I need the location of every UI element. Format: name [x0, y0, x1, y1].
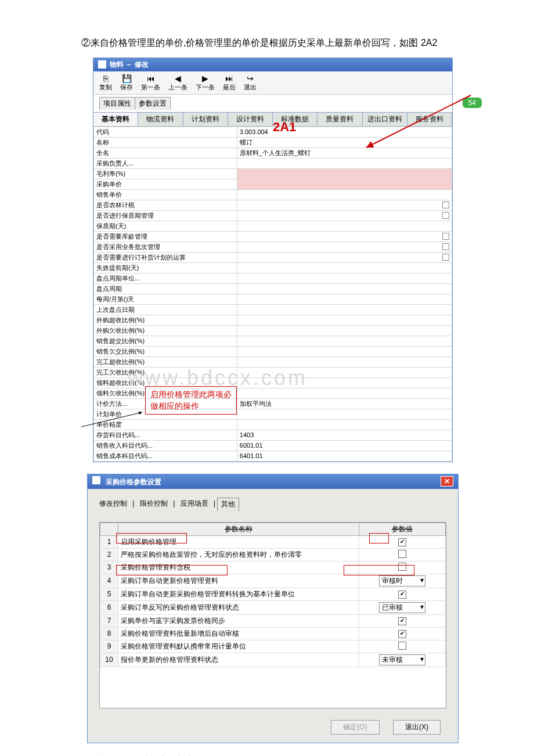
prop-value[interactable]: 加权平均法	[237, 398, 452, 409]
toolbar: ⎘复制💾保存⏮第一条◀上一条▶下一条⏭最后↪退出	[93, 71, 452, 95]
checkbox-icon[interactable]	[442, 254, 449, 261]
prop-label: 存货科目代码...	[94, 430, 237, 440]
param-value[interactable]	[359, 627, 446, 640]
prop-value[interactable]	[237, 179, 452, 189]
prop-value[interactable]	[237, 346, 452, 357]
top-tab-1[interactable]: 参数设置	[135, 97, 171, 110]
settings-tab-0[interactable]: 修改控制	[96, 498, 131, 510]
prop-value[interactable]	[237, 294, 452, 304]
prop-value[interactable]	[237, 168, 452, 179]
prop-value[interactable]	[237, 409, 452, 419]
param-value[interactable]: 未审核	[359, 653, 446, 667]
param-value[interactable]	[359, 548, 446, 561]
param-value[interactable]	[359, 535, 446, 548]
checkbox[interactable]	[398, 538, 406, 546]
intro-text: ②来自价格管理里的单价,价格管理里的单价是根据历史采单上最新单价回写，如图 2A…	[81, 35, 499, 52]
checkbox[interactable]	[398, 591, 406, 599]
prop-value[interactable]	[237, 377, 452, 388]
checkbox[interactable]	[398, 617, 406, 625]
sub-tab-5[interactable]: 质量资料	[317, 112, 362, 126]
idx-header	[100, 523, 118, 535]
sub-tab-3[interactable]: 设计资料	[228, 112, 273, 126]
close-button[interactable]: ✕	[441, 476, 453, 487]
checkbox-icon[interactable]	[442, 212, 449, 219]
dropdown[interactable]: 未审核	[379, 654, 425, 665]
param-value[interactable]: 审核时	[359, 574, 446, 588]
dropdown[interactable]: 已审核	[379, 602, 425, 613]
param-value[interactable]	[359, 640, 446, 653]
settings-tab-2[interactable]: 应用场景	[177, 498, 212, 510]
toolbtn-5[interactable]: ⏭最后	[223, 74, 236, 92]
prop-value[interactable]: 螺订	[237, 137, 452, 147]
prop-label: 盘点周期单位...	[94, 273, 237, 283]
prop-value[interactable]	[237, 283, 452, 294]
prop-value[interactable]: 原材料_个人生活类_螺钉	[237, 147, 452, 158]
toolbar-label: 第一条	[141, 83, 160, 92]
prop-value[interactable]	[237, 325, 452, 336]
prop-value[interactable]	[237, 336, 452, 346]
prop-value[interactable]	[237, 221, 452, 231]
toolbar-icon: ⏭	[225, 74, 233, 83]
prop-value[interactable]	[237, 419, 452, 430]
toolbtn-2[interactable]: ⏮第一条	[141, 74, 160, 92]
sub-tab-6[interactable]: 进出口资料	[363, 112, 407, 126]
sub-tab-2[interactable]: 计划资料	[183, 112, 228, 126]
prop-value[interactable]	[237, 315, 452, 325]
prop-label: 采购单价	[94, 179, 237, 189]
prop-label: 是否农林计税	[94, 200, 237, 210]
dropdown[interactable]: 审核时	[379, 575, 425, 586]
settings-tab-3[interactable]: 其他	[217, 498, 239, 511]
prop-value[interactable]	[237, 158, 452, 168]
toolbtn-3[interactable]: ◀上一条	[168, 74, 187, 92]
param-name: 采购价格管理资料含税	[118, 561, 359, 574]
param-name: 采购价格管理资料批量新增后自动审核	[118, 627, 359, 640]
toolbtn-4[interactable]: ▶下一条	[196, 74, 215, 92]
toolbtn-1[interactable]: 💾保存	[120, 74, 133, 92]
prop-value[interactable]	[237, 304, 452, 315]
checkbox[interactable]	[398, 550, 406, 558]
prop-value[interactable]	[237, 189, 452, 200]
prop-value[interactable]	[237, 210, 452, 221]
window1-title: 物料 － 修改	[110, 60, 149, 70]
prop-label: 每周/月第()天	[94, 294, 237, 304]
checkbox-icon[interactable]	[442, 233, 449, 240]
toolbtn-0[interactable]: ⎘复制	[99, 74, 112, 92]
top-tab-0[interactable]: 项目属性	[99, 97, 135, 110]
params-panel: 参数名称参数值1启用采购价格管理2严格按采购价格政策管控，无对应的价格资料时，单…	[99, 522, 446, 708]
prop-value[interactable]	[237, 357, 452, 367]
prop-label: 盘点周期	[94, 283, 237, 294]
param-value[interactable]: 已审核	[359, 600, 446, 614]
prop-value[interactable]: 6001.01	[237, 440, 452, 451]
prop-value[interactable]	[237, 273, 452, 283]
prop-value[interactable]: 6401.01	[237, 451, 452, 461]
prop-value[interactable]	[237, 200, 452, 210]
sub-tab-0[interactable]: 基本资料	[93, 112, 138, 126]
prop-value[interactable]	[237, 252, 452, 262]
checkbox[interactable]	[398, 630, 406, 638]
ok-button[interactable]: 确定(O)	[331, 720, 379, 735]
prop-label: 是否需要库龄管理	[94, 231, 237, 242]
prop-value[interactable]	[237, 231, 452, 242]
param-value[interactable]	[359, 614, 446, 627]
checkbox[interactable]	[398, 563, 406, 571]
toolbtn-6[interactable]: ↪退出	[244, 74, 257, 92]
param-value[interactable]	[359, 588, 446, 600]
settings-tab-1[interactable]: 限价控制	[136, 498, 171, 510]
prop-value[interactable]	[237, 242, 452, 252]
sub-tab-7[interactable]: 服务资料	[407, 112, 452, 126]
exit-button[interactable]: 退出(X)	[393, 720, 441, 735]
prop-value[interactable]	[237, 367, 452, 377]
checkbox-icon[interactable]	[442, 243, 449, 250]
checkbox-icon[interactable]	[442, 201, 449, 208]
sub-tab-1[interactable]: 物流资料	[138, 112, 183, 126]
toolbar-label: 复制	[99, 83, 112, 92]
param-value[interactable]	[359, 561, 446, 574]
tabs2: 修改控制 | 限价控制 | 应用场景 | 其他	[88, 489, 458, 510]
prop-value[interactable]	[237, 388, 452, 398]
prop-value[interactable]: 1403	[237, 430, 452, 440]
prop-label: 失效提前期(天)	[94, 262, 237, 273]
prop-value[interactable]: 3.003.004	[237, 127, 452, 137]
checkbox[interactable]	[398, 642, 406, 650]
prop-value[interactable]	[237, 262, 452, 273]
param-name: 采购订单自动更新采购价格管理资料转换为基本计量单位	[118, 588, 359, 600]
